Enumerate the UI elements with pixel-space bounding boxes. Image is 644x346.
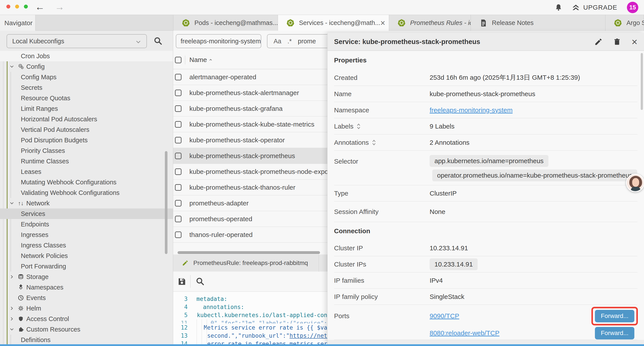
sidebar-item-custom-resources[interactable]: Custom Resources bbox=[0, 324, 173, 335]
sidebar-item-ingress-classes[interactable]: Ingress Classes bbox=[0, 240, 173, 251]
sidebar-item-cron-jobs[interactable]: Cron Jobs bbox=[0, 51, 173, 61]
tab-release-notes[interactable]: Release Notes bbox=[471, 15, 606, 31]
yaml-editor[interactable]: 3metadata: 4annotations: 5kubectl.kubern… bbox=[173, 292, 327, 346]
sidebar-item-limit-ranges[interactable]: Limit Ranges bbox=[0, 103, 173, 114]
close-tab-icon[interactable]: × bbox=[380, 19, 385, 27]
sidebar-item-definitions[interactable]: Definitions bbox=[0, 335, 173, 345]
sidebar-item-validating-webhook-configurations[interactable]: Validating Webhook Configurations bbox=[0, 187, 173, 198]
panel-scrollbar[interactable] bbox=[641, 53, 643, 110]
sidebar-item-namespaces[interactable]: Namespaces bbox=[0, 282, 173, 293]
chevron-down-icon[interactable] bbox=[10, 64, 14, 69]
tab-pods[interactable]: Pods - icecheng@mathmas... bbox=[173, 15, 278, 31]
edit-pencil-icon[interactable] bbox=[594, 38, 602, 46]
sidebar-item-runtime-classes[interactable]: Runtime Classes bbox=[0, 156, 173, 166]
runbook-url-link[interactable]: https://net bbox=[290, 333, 327, 339]
sidebar-item-network-policies[interactable]: Network Policies bbox=[0, 251, 173, 261]
row-checkbox[interactable] bbox=[175, 216, 182, 222]
sidebar-item-vertical-pod-autoscalers[interactable]: Vertical Pod Autoscalers bbox=[0, 124, 173, 135]
resource-search-input[interactable]: Aa .* prome bbox=[267, 34, 327, 48]
expand-toggle-icon[interactable] bbox=[356, 123, 361, 130]
row-checkbox[interactable] bbox=[175, 153, 182, 159]
select-all-checkbox[interactable] bbox=[175, 57, 182, 63]
trash-icon[interactable] bbox=[613, 38, 621, 46]
chevron-right-icon[interactable] bbox=[10, 275, 14, 279]
row-checkbox[interactable] bbox=[175, 168, 182, 175]
editor-tab-partial[interactable] bbox=[319, 255, 327, 272]
upgrade-button[interactable]: UPGRADE bbox=[572, 4, 617, 11]
sidebar-item-access-control[interactable]: Access Control bbox=[0, 314, 173, 324]
close-window-button[interactable] bbox=[6, 4, 10, 8]
tab-prometheus-rules[interactable]: Prometheus Rules - icecheng... bbox=[389, 15, 471, 31]
sidebar-item-network[interactable]: ↑↓ Network bbox=[0, 198, 173, 209]
back-button[interactable]: ← bbox=[35, 1, 45, 12]
chevron-down-icon[interactable] bbox=[10, 201, 14, 205]
editor-tab-prometheusrule[interactable]: PrometheusRule: freeleaps-prod-rabbitmq bbox=[173, 255, 319, 272]
sidebar-item-config[interactable]: Config bbox=[0, 61, 173, 72]
horizontal-scrollbar[interactable] bbox=[178, 251, 320, 254]
close-panel-icon[interactable]: × bbox=[632, 37, 638, 47]
sort-ascending-icon[interactable] bbox=[208, 58, 213, 61]
sidebar-item-helm[interactable]: Helm bbox=[0, 303, 173, 314]
sidebar-scrollbar[interactable] bbox=[165, 151, 168, 254]
forward-button[interactable]: → bbox=[55, 1, 64, 12]
row-checkbox[interactable] bbox=[175, 232, 182, 238]
sidebar-item-ingresses[interactable]: Ingresses bbox=[0, 230, 173, 240]
row-checkbox[interactable] bbox=[175, 184, 182, 191]
sidebar-item-events[interactable]: Events bbox=[0, 293, 173, 303]
notification-count-badge[interactable]: 15 bbox=[627, 2, 638, 13]
sidebar-item-config-maps[interactable]: Config Maps bbox=[0, 72, 173, 82]
row-checkbox[interactable] bbox=[175, 105, 182, 112]
regex-toggle[interactable]: .* bbox=[287, 38, 292, 45]
zoom-window-button[interactable] bbox=[24, 4, 28, 8]
row-checkbox[interactable] bbox=[175, 121, 182, 128]
sidebar-item-secrets[interactable]: Secrets bbox=[0, 82, 173, 93]
table-row[interactable]: kube-prometheus-stack-operator bbox=[173, 132, 327, 148]
table-row[interactable]: alertmanager-operated bbox=[173, 69, 327, 85]
sidebar-item-endpoints[interactable]: Endpoints bbox=[0, 219, 173, 230]
forward-port-button[interactable]: Forward... bbox=[595, 310, 634, 322]
tab-navigator[interactable]: Navigator bbox=[0, 15, 36, 31]
editor-search-icon[interactable] bbox=[196, 277, 205, 286]
case-sensitive-toggle[interactable]: Aa bbox=[274, 38, 281, 45]
user-avatar[interactable] bbox=[626, 174, 644, 192]
namespace-select[interactable]: freeleaps-monitoring-system bbox=[176, 34, 261, 48]
table-row[interactable]: kube-prometheus-stack-alertmanager bbox=[173, 85, 327, 101]
table-row-selected[interactable]: kube-prometheus-stack-prometheus bbox=[173, 148, 327, 164]
minimize-window-button[interactable] bbox=[15, 4, 19, 8]
sidebar-item-pod-disruption-budgets[interactable]: Pod Disruption Budgets bbox=[0, 135, 173, 145]
save-icon[interactable] bbox=[177, 277, 186, 286]
sidebar-item-mutating-webhook-configurations[interactable]: Mutating Webhook Configurations bbox=[0, 177, 173, 187]
table-row[interactable]: kube-prometheus-stack-thanos-ruler bbox=[173, 180, 327, 195]
port-link[interactable]: 9090/TCP bbox=[430, 312, 459, 320]
kubeconfig-select[interactable]: Local Kubeconfigs bbox=[6, 34, 147, 48]
row-checkbox[interactable] bbox=[175, 74, 182, 80]
sidebar-item-services[interactable]: Services bbox=[0, 209, 173, 219]
row-checkbox[interactable] bbox=[175, 137, 182, 143]
sidebar-search-icon[interactable] bbox=[154, 36, 163, 45]
table-row[interactable]: kube-prometheus-stack-prometheus-node-ex… bbox=[173, 164, 327, 180]
sidebar-item-storage[interactable]: Storage bbox=[0, 272, 173, 282]
tab-services-active[interactable]: Services - icecheng@math... × bbox=[278, 15, 389, 31]
table-row[interactable]: prometheus-operated bbox=[173, 211, 327, 227]
table-row[interactable]: kube-prometheus-stack-grafana bbox=[173, 101, 327, 116]
table-row[interactable]: thanos-ruler-operated bbox=[173, 227, 327, 243]
sidebar-item-priority-classes[interactable]: Priority Classes bbox=[0, 145, 173, 156]
chevron-right-icon[interactable] bbox=[10, 306, 14, 311]
sidebar-item-resource-quotas[interactable]: Resource Quotas bbox=[0, 93, 173, 103]
sidebar-item-port-forwarding[interactable]: Port Forwarding bbox=[0, 261, 173, 272]
port-link[interactable]: 8080:reloader-web/TCP bbox=[430, 329, 500, 337]
tab-argo[interactable]: Argo Se bbox=[606, 15, 644, 31]
notifications-bell-icon[interactable] bbox=[555, 4, 562, 11]
forward-port-button[interactable]: Forward... bbox=[595, 327, 634, 340]
table-row[interactable]: prometheus-adapter bbox=[173, 195, 327, 211]
chevron-down-icon[interactable] bbox=[10, 327, 14, 332]
namespace-link[interactable]: freeleaps-monitoring-system bbox=[430, 106, 512, 114]
chevron-right-icon[interactable] bbox=[10, 317, 14, 321]
name-column-header[interactable]: Name bbox=[190, 56, 207, 63]
table-row[interactable]: kube-prometheus-stack-kube-state-metrics bbox=[173, 116, 327, 132]
sidebar-item-leases[interactable]: Leases bbox=[0, 166, 173, 177]
row-checkbox[interactable] bbox=[175, 200, 182, 207]
row-checkbox[interactable] bbox=[175, 90, 182, 96]
expand-toggle-icon[interactable] bbox=[372, 139, 376, 146]
sidebar-item-horizontal-pod-autoscalers[interactable]: Horizontal Pod Autoscalers bbox=[0, 114, 173, 124]
